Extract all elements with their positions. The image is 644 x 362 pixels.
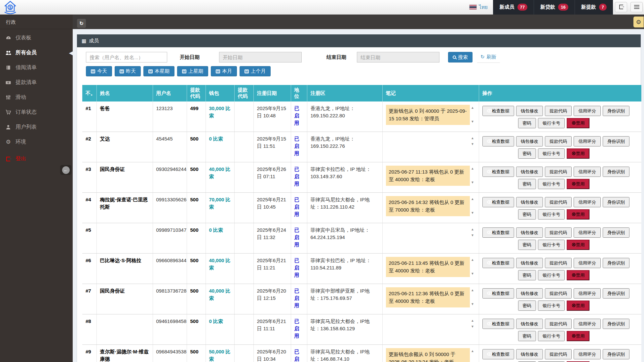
check-data-button[interactable]: 检查数据	[482, 197, 514, 207]
note-scroll-arrows[interactable]: ▲▼	[470, 226, 475, 246]
password-button[interactable]: 密码	[518, 240, 536, 250]
withdraw-code-button[interactable]: 提款代码	[545, 197, 572, 207]
arrow-up-icon[interactable]: ▲	[471, 136, 474, 141]
check-data-button[interactable]: 检查数据	[482, 319, 514, 329]
identity-button[interactable]: 身份识别	[603, 258, 629, 268]
wallet-edit-button[interactable]: 钱包修改	[516, 227, 543, 238]
note-scroll-arrows[interactable]: ▲▼	[470, 287, 475, 307]
bank-card-button[interactable]: 银行卡号	[538, 270, 565, 280]
sidebar-item-user-list[interactable]: 用户列表	[0, 120, 73, 135]
end-date-input[interactable]	[357, 52, 439, 62]
identity-button[interactable]: 身份识别	[603, 288, 629, 299]
note-scroll-arrows[interactable]: ▲▼	[470, 196, 475, 216]
wallet-edit-button[interactable]: 钱包修改	[516, 106, 543, 116]
credit-score-button[interactable]: 信用评分	[574, 227, 600, 238]
check-data-button[interactable]: 检查数据	[482, 258, 514, 268]
note-scroll-arrows[interactable]: ▲▼	[470, 318, 475, 338]
bank-card-button[interactable]: 银行卡号	[538, 148, 565, 159]
withdraw-code-button[interactable]: 提款代码	[545, 319, 572, 329]
credit-score-button[interactable]: 信用评分	[574, 349, 600, 359]
withdraw-code-button[interactable]: 提款代码	[545, 258, 572, 268]
note-scroll-arrows[interactable]: ▲▼	[470, 257, 475, 277]
bank-card-button[interactable]: 银行卡号	[538, 331, 565, 341]
sidebar-item-loan-list[interactable]: 借阅清单	[0, 60, 73, 75]
disable-button[interactable]: ⊗禁用	[567, 179, 589, 189]
check-data-button[interactable]: 检查数据	[482, 167, 514, 177]
bank-card-button[interactable]: 银行卡号	[538, 118, 565, 128]
arrow-up-icon[interactable]: ▲	[471, 318, 474, 323]
arrow-down-icon[interactable]: ▼	[471, 211, 474, 216]
quick-button-last-week[interactable]: 上星期	[177, 66, 208, 76]
identity-button[interactable]: 身份识别	[603, 227, 629, 238]
disable-button[interactable]: ⊗禁用	[567, 118, 589, 128]
wallet-edit-button[interactable]: 钱包修改	[516, 288, 543, 299]
bank-card-button[interactable]: 银行卡号	[538, 179, 565, 189]
disable-button[interactable]: ⊗禁用	[567, 240, 589, 250]
arrow-up-icon[interactable]: ▲	[471, 105, 474, 110]
note-scroll-arrows[interactable]: ▲▼	[470, 166, 475, 186]
password-button[interactable]: 密码	[518, 301, 536, 311]
check-data-button[interactable]: 检查数据	[482, 288, 514, 299]
password-button[interactable]: 密码	[518, 331, 536, 341]
arrow-down-icon[interactable]: ▼	[471, 233, 474, 238]
wallet-edit-button[interactable]: 钱包修改	[516, 167, 543, 177]
identity-button[interactable]: 身份识别	[603, 106, 629, 116]
password-button[interactable]: 密码	[518, 148, 536, 159]
arrow-down-icon[interactable]: ▼	[471, 271, 474, 276]
quick-button-yesterday[interactable]: 昨天	[115, 66, 141, 76]
disable-button[interactable]: ⊗禁用	[567, 148, 589, 159]
withdraw-code-button[interactable]: 提款代码	[545, 136, 572, 146]
navbar-stat-new-loans[interactable]: 新贷款16	[534, 0, 574, 15]
note-scroll-arrows[interactable]: ▲▼	[470, 105, 475, 125]
withdraw-code-button[interactable]: 提款代码	[545, 227, 572, 238]
credit-score-button[interactable]: 信用评分	[574, 197, 600, 207]
wallet-edit-button[interactable]: 钱包修改	[516, 349, 543, 359]
refresh-link[interactable]: ↻ 刷新	[477, 52, 500, 63]
bank-card-button[interactable]: 银行卡号	[538, 209, 565, 220]
navbar-stat-new-members[interactable]: 新成员77	[493, 0, 534, 15]
disable-button[interactable]: ⊗禁用	[567, 331, 589, 341]
check-data-button[interactable]: 检查数据	[482, 227, 514, 238]
withdraw-code-button[interactable]: 提款代码	[545, 106, 572, 116]
quick-button-this-month[interactable]: 本月	[211, 66, 237, 76]
disable-button[interactable]: ⊗禁用	[567, 209, 589, 220]
arrow-down-icon[interactable]: ▼	[471, 119, 474, 124]
credit-score-button[interactable]: 信用评分	[574, 319, 600, 329]
start-date-input[interactable]	[219, 52, 302, 62]
search-button[interactable]: 搜索	[448, 52, 473, 62]
refresh-button[interactable]: ↻	[77, 19, 86, 28]
sidebar-item-order-status[interactable]: 订单状态	[0, 105, 73, 120]
bank-card-button[interactable]: 银行卡号	[538, 301, 565, 311]
sidebar-item-withdraw-list[interactable]: 提款清单	[0, 75, 73, 90]
bank-card-button[interactable]: 银行卡号	[538, 240, 565, 250]
identity-button[interactable]: 身份识别	[603, 349, 629, 359]
arrow-up-icon[interactable]: ▲	[471, 197, 474, 202]
wallet-edit-button[interactable]: 钱包修改	[516, 136, 543, 146]
logout-button[interactable]	[615, 2, 627, 12]
sidebar-item-all-members[interactable]: 所有会员◀	[0, 45, 73, 60]
search-input[interactable]	[86, 52, 167, 62]
quick-button-this-week[interactable]: 本星期	[143, 66, 174, 76]
identity-button[interactable]: 身份识别	[603, 167, 629, 177]
arrow-down-icon[interactable]: ▼	[471, 302, 474, 307]
password-button[interactable]: 密码	[518, 270, 536, 280]
quick-button-last-month[interactable]: 上个月	[240, 66, 271, 76]
navbar-stat-new-withdrawals[interactable]: 新提款7	[575, 0, 613, 15]
language-selector[interactable]: ไทย	[464, 0, 493, 15]
check-data-button[interactable]: 检查数据	[482, 349, 514, 359]
withdraw-code-button[interactable]: 提款代码	[545, 349, 572, 359]
settings-button[interactable]: ⚙	[633, 17, 644, 27]
credit-score-button[interactable]: 信用评分	[574, 288, 600, 299]
arrow-up-icon[interactable]: ▲	[471, 227, 474, 232]
sidebar-item-slider[interactable]: 滑动	[0, 90, 73, 105]
arrow-down-icon[interactable]: ▼	[471, 180, 474, 185]
sidebar-item-environment[interactable]: ⚙环境	[0, 135, 73, 149]
withdraw-code-button[interactable]: 提款代码	[545, 167, 572, 177]
check-data-button[interactable]: 检查数据	[482, 136, 514, 146]
arrow-up-icon[interactable]: ▲	[471, 166, 474, 171]
check-data-button[interactable]: 检查数据	[482, 106, 514, 116]
arrow-down-icon[interactable]: ▼	[471, 142, 474, 147]
note-scroll-arrows[interactable]: ▲▼	[470, 135, 475, 155]
arrow-up-icon[interactable]: ▲	[471, 349, 474, 354]
password-button[interactable]: 密码	[518, 118, 536, 128]
